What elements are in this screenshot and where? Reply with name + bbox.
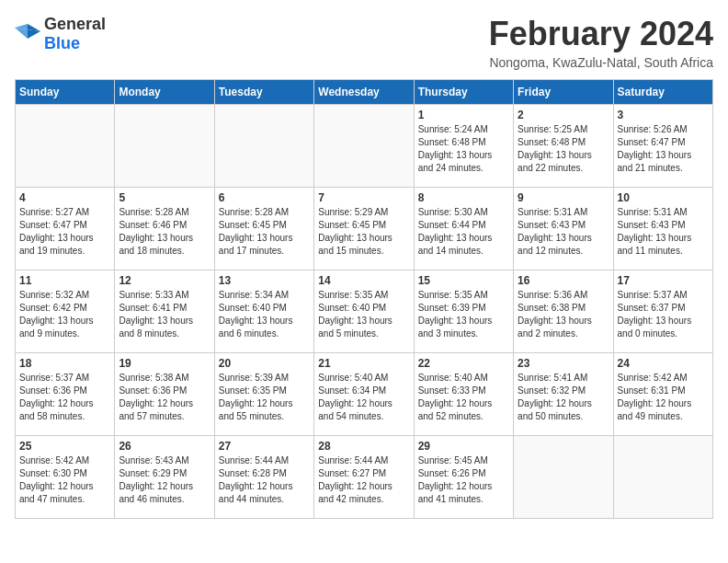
weekday-header-sunday: Sunday xyxy=(16,80,115,105)
calendar-table: SundayMondayTuesdayWednesdayThursdayFrid… xyxy=(15,79,713,519)
day-info: Sunrise: 5:45 AM Sunset: 6:26 PM Dayligh… xyxy=(418,454,509,506)
calendar-day: 26Sunrise: 5:43 AM Sunset: 6:29 PM Dayli… xyxy=(115,436,214,519)
day-info: Sunrise: 5:28 AM Sunset: 6:45 PM Dayligh… xyxy=(219,206,310,258)
calendar-week-3: 11Sunrise: 5:32 AM Sunset: 6:42 PM Dayli… xyxy=(16,270,713,353)
month-title: February 2024 xyxy=(489,15,713,53)
day-number: 24 xyxy=(618,357,709,370)
day-info: Sunrise: 5:31 AM Sunset: 6:43 PM Dayligh… xyxy=(518,206,609,258)
day-info: Sunrise: 5:26 AM Sunset: 6:47 PM Dayligh… xyxy=(618,123,709,175)
calendar-day: 20Sunrise: 5:39 AM Sunset: 6:35 PM Dayli… xyxy=(214,353,313,436)
day-number: 28 xyxy=(318,440,409,453)
day-number: 21 xyxy=(318,357,409,370)
day-number: 29 xyxy=(418,440,509,453)
calendar-week-5: 25Sunrise: 5:42 AM Sunset: 6:30 PM Dayli… xyxy=(16,436,713,519)
day-number: 25 xyxy=(19,440,110,453)
day-info: Sunrise: 5:37 AM Sunset: 6:36 PM Dayligh… xyxy=(19,372,110,423)
day-number: 22 xyxy=(418,357,509,370)
logo: General Blue xyxy=(15,15,106,53)
day-number: 15 xyxy=(418,274,509,287)
title-block: February 2024 Nongoma, KwaZulu-Natal, So… xyxy=(489,15,713,70)
calendar-day: 22Sunrise: 5:40 AM Sunset: 6:33 PM Dayli… xyxy=(414,353,513,436)
day-number: 9 xyxy=(518,191,609,204)
day-number: 1 xyxy=(418,109,509,121)
calendar-day: 27Sunrise: 5:44 AM Sunset: 6:28 PM Dayli… xyxy=(214,436,313,519)
day-info: Sunrise: 5:35 AM Sunset: 6:39 PM Dayligh… xyxy=(418,289,509,340)
calendar-day: 23Sunrise: 5:41 AM Sunset: 6:32 PM Dayli… xyxy=(514,353,613,436)
calendar-day: 1Sunrise: 5:24 AM Sunset: 6:48 PM Daylig… xyxy=(414,105,513,188)
calendar-day: 17Sunrise: 5:37 AM Sunset: 6:37 PM Dayli… xyxy=(613,270,712,353)
day-number: 5 xyxy=(119,191,210,204)
day-info: Sunrise: 5:44 AM Sunset: 6:28 PM Dayligh… xyxy=(219,454,310,506)
calendar-day: 16Sunrise: 5:36 AM Sunset: 6:38 PM Dayli… xyxy=(514,270,613,353)
calendar-day: 6Sunrise: 5:28 AM Sunset: 6:45 PM Daylig… xyxy=(214,188,313,270)
day-number: 3 xyxy=(618,109,709,121)
calendar-day: 19Sunrise: 5:38 AM Sunset: 6:36 PM Dayli… xyxy=(115,353,214,436)
day-info: Sunrise: 5:38 AM Sunset: 6:36 PM Dayligh… xyxy=(119,372,210,423)
calendar-day: 21Sunrise: 5:40 AM Sunset: 6:34 PM Dayli… xyxy=(314,353,414,436)
day-info: Sunrise: 5:31 AM Sunset: 6:43 PM Dayligh… xyxy=(618,206,709,258)
calendar-day xyxy=(514,436,613,519)
day-number: 4 xyxy=(19,191,110,204)
calendar-day: 11Sunrise: 5:32 AM Sunset: 6:42 PM Dayli… xyxy=(16,270,115,353)
calendar-day: 14Sunrise: 5:35 AM Sunset: 6:40 PM Dayli… xyxy=(314,270,414,353)
day-info: Sunrise: 5:40 AM Sunset: 6:33 PM Dayligh… xyxy=(418,372,509,423)
calendar-day: 24Sunrise: 5:42 AM Sunset: 6:31 PM Dayli… xyxy=(613,353,712,436)
day-number: 6 xyxy=(219,191,310,204)
logo-text: General Blue xyxy=(44,15,106,53)
day-number: 23 xyxy=(518,357,609,370)
calendar-day: 25Sunrise: 5:42 AM Sunset: 6:30 PM Dayli… xyxy=(16,436,115,519)
weekday-header-wednesday: Wednesday xyxy=(314,80,414,105)
day-info: Sunrise: 5:36 AM Sunset: 6:38 PM Dayligh… xyxy=(518,289,609,340)
calendar-day: 18Sunrise: 5:37 AM Sunset: 6:36 PM Dayli… xyxy=(16,353,115,436)
day-number: 14 xyxy=(318,274,409,287)
day-number: 16 xyxy=(518,274,609,287)
weekday-header-saturday: Saturday xyxy=(613,80,712,105)
calendar-day: 28Sunrise: 5:44 AM Sunset: 6:27 PM Dayli… xyxy=(314,436,414,519)
day-info: Sunrise: 5:24 AM Sunset: 6:48 PM Dayligh… xyxy=(418,123,509,175)
calendar-day: 5Sunrise: 5:28 AM Sunset: 6:46 PM Daylig… xyxy=(115,188,214,270)
day-info: Sunrise: 5:42 AM Sunset: 6:31 PM Dayligh… xyxy=(618,372,709,423)
calendar-week-4: 18Sunrise: 5:37 AM Sunset: 6:36 PM Dayli… xyxy=(16,353,713,436)
calendar-day: 9Sunrise: 5:31 AM Sunset: 6:43 PM Daylig… xyxy=(514,188,613,270)
day-info: Sunrise: 5:44 AM Sunset: 6:27 PM Dayligh… xyxy=(318,454,409,506)
day-number: 10 xyxy=(618,191,709,204)
weekday-header-monday: Monday xyxy=(115,80,214,105)
calendar-week-1: 1Sunrise: 5:24 AM Sunset: 6:48 PM Daylig… xyxy=(16,105,713,188)
day-info: Sunrise: 5:42 AM Sunset: 6:30 PM Dayligh… xyxy=(19,454,110,506)
calendar-week-2: 4Sunrise: 5:27 AM Sunset: 6:47 PM Daylig… xyxy=(16,188,713,270)
day-info: Sunrise: 5:32 AM Sunset: 6:42 PM Dayligh… xyxy=(19,289,110,340)
day-info: Sunrise: 5:29 AM Sunset: 6:45 PM Dayligh… xyxy=(318,206,409,258)
day-number: 13 xyxy=(219,274,310,287)
calendar-day: 8Sunrise: 5:30 AM Sunset: 6:44 PM Daylig… xyxy=(414,188,513,270)
day-number: 18 xyxy=(19,357,110,370)
day-info: Sunrise: 5:39 AM Sunset: 6:35 PM Dayligh… xyxy=(219,372,310,423)
page-header: General Blue February 2024 Nongoma, KwaZ… xyxy=(15,15,713,70)
calendar-day xyxy=(115,105,214,188)
calendar-day: 7Sunrise: 5:29 AM Sunset: 6:45 PM Daylig… xyxy=(314,188,414,270)
calendar-day: 3Sunrise: 5:26 AM Sunset: 6:47 PM Daylig… xyxy=(613,105,712,188)
day-number: 20 xyxy=(219,357,310,370)
calendar-day: 29Sunrise: 5:45 AM Sunset: 6:26 PM Dayli… xyxy=(414,436,513,519)
weekday-header-friday: Friday xyxy=(514,80,613,105)
day-number: 19 xyxy=(119,357,210,370)
day-info: Sunrise: 5:34 AM Sunset: 6:40 PM Dayligh… xyxy=(219,289,310,340)
day-number: 26 xyxy=(119,440,210,453)
calendar-day: 10Sunrise: 5:31 AM Sunset: 6:43 PM Dayli… xyxy=(613,188,712,270)
day-info: Sunrise: 5:33 AM Sunset: 6:41 PM Dayligh… xyxy=(119,289,210,340)
day-info: Sunrise: 5:28 AM Sunset: 6:46 PM Dayligh… xyxy=(119,206,210,258)
day-info: Sunrise: 5:37 AM Sunset: 6:37 PM Dayligh… xyxy=(618,289,709,340)
weekday-header-row: SundayMondayTuesdayWednesdayThursdayFrid… xyxy=(16,80,713,105)
day-number: 11 xyxy=(19,274,110,287)
day-info: Sunrise: 5:25 AM Sunset: 6:48 PM Dayligh… xyxy=(518,123,609,175)
calendar-day xyxy=(214,105,313,188)
weekday-header-tuesday: Tuesday xyxy=(214,80,313,105)
calendar-day: 15Sunrise: 5:35 AM Sunset: 6:39 PM Dayli… xyxy=(414,270,513,353)
day-number: 8 xyxy=(418,191,509,204)
calendar-day: 4Sunrise: 5:27 AM Sunset: 6:47 PM Daylig… xyxy=(16,188,115,270)
location: Nongoma, KwaZulu-Natal, South Africa xyxy=(489,55,713,70)
day-info: Sunrise: 5:27 AM Sunset: 6:47 PM Dayligh… xyxy=(19,206,110,258)
day-number: 2 xyxy=(518,109,609,121)
day-info: Sunrise: 5:30 AM Sunset: 6:44 PM Dayligh… xyxy=(418,206,509,258)
day-number: 7 xyxy=(318,191,409,204)
day-number: 12 xyxy=(119,274,210,287)
